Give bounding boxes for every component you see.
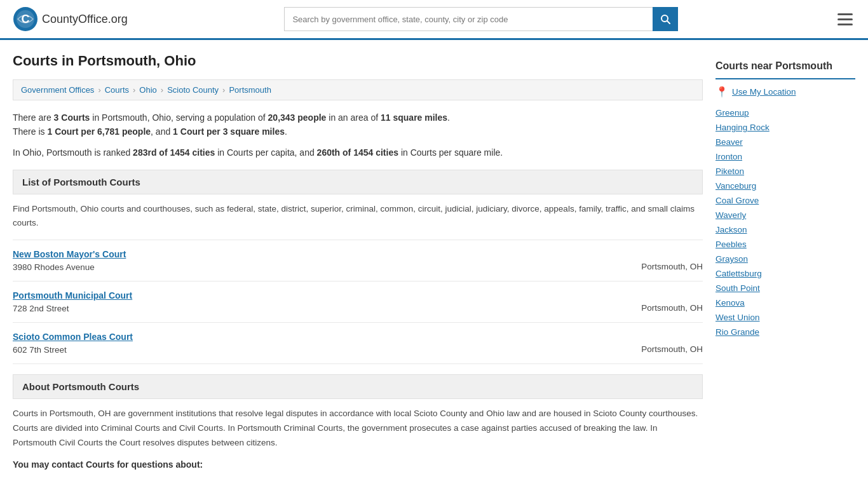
court-name[interactable]: Portsmouth Municipal Court [13, 290, 588, 301]
court-info: Portsmouth Municipal Court 728 2nd Stree… [13, 290, 588, 313]
list-section-header: List of Portsmouth Courts [13, 170, 703, 194]
breadcrumb: Government Offices › Courts › Ohio › Sci… [13, 79, 703, 100]
sidebar-title: Courts near Portsmouth [715, 53, 855, 79]
breadcrumb-ohio[interactable]: Ohio [139, 85, 156, 95]
sidebar-links-container: GreenupHanging RockBeaverIrontonPiketonV… [715, 105, 855, 339]
sidebar-link-item[interactable]: South Point [715, 281, 855, 295]
courts-list: New Boston Mayor's Court 3980 Rhodes Ave… [13, 240, 703, 364]
court-item: New Boston Mayor's Court 3980 Rhodes Ave… [13, 240, 703, 281]
sidebar-link-item[interactable]: Coal Grove [715, 193, 855, 208]
sidebar-link-item[interactable]: Kenova [715, 295, 855, 310]
sidebar-link-item[interactable]: Catlettsburg [715, 266, 855, 281]
menu-line [837, 13, 853, 15]
svg-line-4 [667, 21, 670, 24]
sidebar-link-item[interactable]: Waverly [715, 208, 855, 222]
logo-icon: C [13, 6, 38, 32]
court-item: Portsmouth Municipal Court 728 2nd Stree… [13, 281, 703, 322]
svg-text:C: C [22, 13, 30, 25]
page-title: Courts in Portsmouth, Ohio [13, 53, 703, 69]
location-pin-icon: 📍 [715, 86, 728, 98]
logo[interactable]: C CountyOffice.org [13, 6, 128, 32]
menu-button[interactable] [835, 11, 855, 28]
sidebar-link-item[interactable]: Peebles [715, 237, 855, 252]
menu-line [837, 18, 853, 20]
court-city: Portsmouth, OH [588, 290, 703, 313]
menu-line [837, 24, 853, 25]
search-button[interactable] [653, 7, 678, 31]
court-address: 602 7th Street [13, 345, 67, 355]
contact-title: You may contact Courts for questions abo… [13, 459, 703, 470]
sidebar-link-item[interactable]: Jackson [715, 222, 855, 237]
court-address: 3980 Rhodes Avenue [13, 262, 95, 272]
list-description: Find Portsmouth, Ohio courts and courtho… [13, 202, 703, 229]
sidebar-link-item[interactable]: Ironton [715, 149, 855, 164]
sidebar-link-item[interactable]: Greenup [715, 105, 855, 120]
logo-text: CountyOffice.org [42, 13, 128, 26]
search-input[interactable] [284, 7, 653, 31]
sidebar-link-item[interactable]: Piketon [715, 164, 855, 179]
court-city: Portsmouth, OH [588, 332, 703, 354]
sidebar: Courts near Portsmouth 📍 Use My Location… [715, 53, 855, 470]
court-name[interactable]: Scioto Common Pleas Court [13, 332, 588, 342]
search-icon [660, 14, 670, 24]
breadcrumb-gov-offices[interactable]: Government Offices [21, 85, 94, 95]
breadcrumb-scioto[interactable]: Scioto County [167, 85, 219, 95]
sidebar-link-item[interactable]: Beaver [715, 135, 855, 149]
breadcrumb-courts[interactable]: Courts [105, 85, 129, 95]
stats-line1: There are 3 Courts in Portsmouth, Ohio, … [13, 111, 703, 139]
stats-line2: In Ohio, Portsmouth is ranked 283rd of 1… [13, 146, 703, 159]
court-name[interactable]: New Boston Mayor's Court [13, 249, 588, 259]
sidebar-link-item[interactable]: West Union [715, 310, 855, 325]
about-text: Courts in Portsmouth, OH are government … [13, 407, 703, 451]
sidebar-link-item[interactable]: Grayson [715, 252, 855, 266]
sidebar-link-item[interactable]: Hanging Rock [715, 120, 855, 135]
sidebar-link-item[interactable]: Rio Grande [715, 325, 855, 339]
search-bar [284, 7, 678, 31]
court-city: Portsmouth, OH [588, 249, 703, 271]
court-info: Scioto Common Pleas Court 602 7th Street [13, 332, 588, 355]
court-info: New Boston Mayor's Court 3980 Rhodes Ave… [13, 249, 588, 272]
use-location-link[interactable]: Use My Location [732, 87, 796, 97]
sidebar-link-item[interactable]: Vanceburg [715, 179, 855, 193]
use-location[interactable]: 📍 Use My Location [715, 86, 855, 98]
court-address: 728 2nd Street [13, 304, 69, 313]
breadcrumb-portsmouth[interactable]: Portsmouth [229, 85, 271, 95]
court-item: Scioto Common Pleas Court 602 7th Street… [13, 322, 703, 364]
about-section-header: About Portsmouth Courts [13, 374, 703, 399]
